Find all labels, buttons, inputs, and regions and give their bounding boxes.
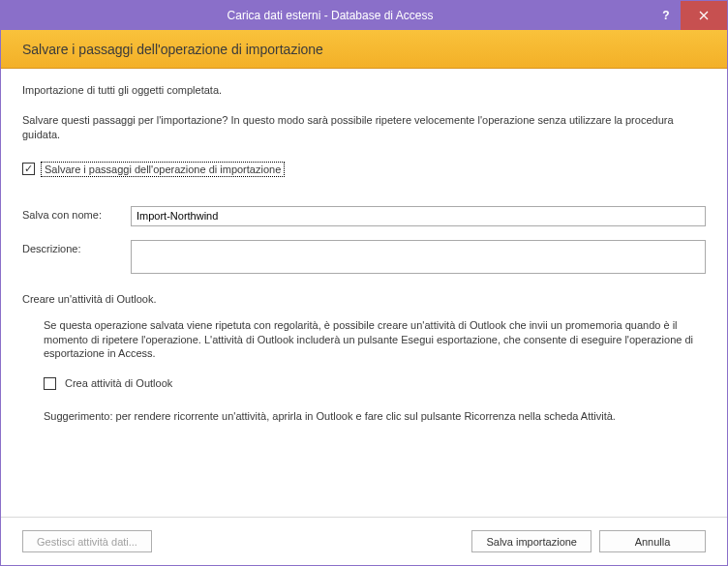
status-text: Importazione di tutti gli oggetti comple… [22, 84, 706, 96]
save-steps-label[interactable]: Salvare i passaggi dell'operazione di im… [41, 162, 285, 177]
description-input[interactable] [131, 240, 706, 274]
outlook-body: Se questa operazione salvata viene ripet… [22, 318, 706, 424]
save-steps-checkbox[interactable] [22, 163, 35, 175]
description-row: Descrizione: [22, 240, 706, 274]
header-band: Salvare i passaggi dell'operazione di im… [1, 30, 727, 69]
close-icon [699, 11, 709, 20]
titlebar-controls: ? [652, 1, 727, 30]
footer-left: Gestisci attività dati... [22, 530, 152, 552]
description-label: Descrizione: [22, 240, 131, 254]
footer-right: Salva importazione Annulla [471, 530, 706, 552]
outlook-checkbox-row: Crea attività di Outlook [44, 376, 706, 390]
window-title: Carica dati esterni - Database di Access [9, 9, 652, 22]
outlook-checkbox-label[interactable]: Crea attività di Outlook [62, 376, 175, 390]
manage-data-tasks-button: Gestisci attività dati... [22, 530, 152, 552]
dialog-window: Carica dati esterni - Database di Access… [0, 0, 728, 566]
outlook-title: Creare un'attività di Outlook. [22, 293, 706, 305]
outlook-description: Se questa operazione salvata viene ripet… [44, 318, 706, 362]
help-button[interactable]: ? [652, 1, 681, 30]
question-text: Salvare questi passaggi per l'importazio… [22, 113, 706, 142]
close-button[interactable] [681, 1, 727, 30]
titlebar: Carica dati esterni - Database di Access… [1, 1, 727, 30]
cancel-button[interactable]: Annulla [599, 530, 706, 552]
name-label: Salva con nome: [22, 206, 131, 221]
outlook-checkbox[interactable] [44, 377, 56, 390]
save-import-button[interactable]: Salva importazione [471, 530, 592, 552]
footer: Gestisci attività dati... Salva importaz… [1, 517, 727, 565]
content-area: Importazione di tutti gli oggetti comple… [1, 69, 727, 424]
save-steps-row: Salvare i passaggi dell'operazione di im… [22, 162, 706, 177]
name-row: Salva con nome: [22, 206, 706, 226]
outlook-tip: Suggerimento: per rendere ricorrente un'… [44, 409, 706, 424]
outlook-section: Creare un'attività di Outlook. Se questa… [22, 293, 706, 424]
header-title: Salvare i passaggi dell'operazione di im… [22, 42, 323, 57]
name-input[interactable] [131, 206, 706, 226]
